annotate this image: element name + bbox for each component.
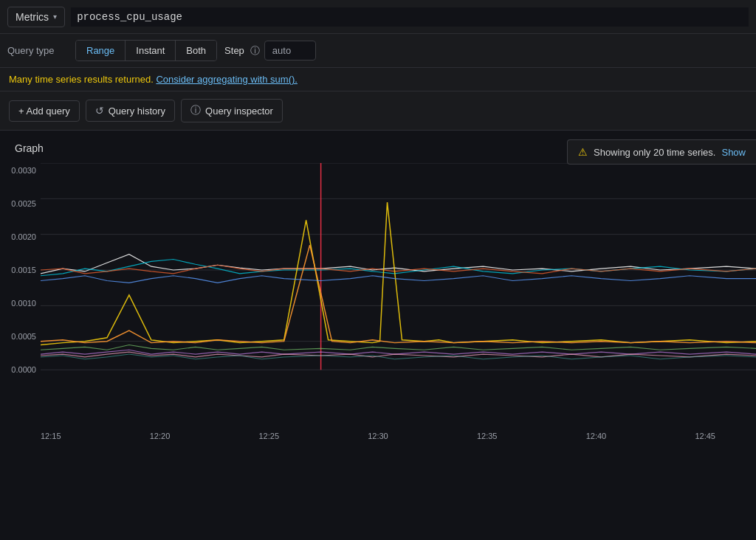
y-label-0005: 0.0005 bbox=[0, 332, 41, 341]
add-query-label: + Add query bbox=[18, 105, 70, 117]
step-input[interactable] bbox=[264, 41, 316, 60]
y-label-0010: 0.0010 bbox=[0, 299, 41, 308]
show-link[interactable]: Show bbox=[721, 147, 746, 158]
x-axis-labels: 12:15 12:20 12:25 12:30 12:35 12:40 12:4… bbox=[0, 429, 756, 440]
metrics-dropdown[interactable]: Metrics ▾ bbox=[7, 7, 65, 27]
x-label-1245: 12:45 bbox=[695, 432, 715, 440]
x-label-1220: 12:20 bbox=[150, 432, 171, 440]
notification-banner: ⚠ Showing only 20 time series. Show bbox=[567, 139, 756, 165]
query-type-button-group: Range Instant Both bbox=[75, 40, 217, 61]
query-history-label: Query history bbox=[109, 105, 165, 117]
y-label-0025: 0.0025 bbox=[0, 199, 41, 208]
warning-link[interactable]: Consider aggregating with sum(). bbox=[156, 74, 297, 85]
y-label-0015: 0.0015 bbox=[0, 266, 41, 274]
query-inspector-label: Query inspector bbox=[205, 105, 273, 117]
query-type-bar: Query type Range Instant Both Step ⓘ bbox=[0, 34, 756, 68]
warning-text: Many time series results returned. bbox=[9, 74, 154, 85]
x-label-1230: 12:30 bbox=[368, 432, 388, 440]
query-inspector-button[interactable]: ⓘ Query inspector bbox=[181, 99, 283, 122]
query-history-button[interactable]: ↺ Query history bbox=[86, 100, 175, 122]
x-label-1215: 12:15 bbox=[41, 432, 61, 440]
add-query-button[interactable]: + Add query bbox=[9, 100, 80, 122]
query-type-label: Query type bbox=[7, 45, 66, 56]
y-axis-labels: 0.0030 0.0025 0.0020 0.0015 0.0010 0.000… bbox=[0, 163, 41, 377]
step-group: Step ⓘ bbox=[224, 41, 316, 60]
metrics-label: Metrics bbox=[16, 11, 49, 23]
x-label-1225: 12:25 bbox=[258, 432, 279, 440]
chart-section: ⚠ Showing only 20 time series. Show Grap… bbox=[0, 131, 756, 440]
instant-button[interactable]: Instant bbox=[126, 41, 176, 60]
x-label-1240: 12:40 bbox=[586, 432, 607, 440]
top-bar: Metrics ▾ bbox=[0, 0, 756, 34]
graph-container: 0.0030 0.0025 0.0020 0.0015 0.0010 0.000… bbox=[0, 163, 756, 429]
graph-svg bbox=[41, 163, 756, 377]
step-info-icon[interactable]: ⓘ bbox=[250, 44, 260, 58]
y-label-0020: 0.0020 bbox=[0, 232, 41, 241]
step-label: Step bbox=[224, 45, 244, 56]
warning-triangle-icon: ⚠ bbox=[578, 146, 588, 158]
metrics-chevron-icon: ▾ bbox=[53, 13, 57, 21]
both-button[interactable]: Both bbox=[176, 41, 216, 60]
range-button[interactable]: Range bbox=[76, 41, 126, 60]
y-label-0000: 0.0000 bbox=[0, 365, 41, 374]
y-label-0030: 0.0030 bbox=[0, 166, 41, 175]
query-input[interactable] bbox=[71, 7, 749, 27]
inspector-icon: ⓘ bbox=[190, 104, 201, 117]
action-bar: + Add query ↺ Query history ⓘ Query insp… bbox=[0, 91, 756, 131]
history-icon: ↺ bbox=[95, 105, 104, 117]
x-label-1235: 12:35 bbox=[477, 432, 498, 440]
warning-bar: Many time series results returned. Consi… bbox=[0, 68, 756, 91]
notification-text: Showing only 20 time series. bbox=[594, 147, 715, 158]
